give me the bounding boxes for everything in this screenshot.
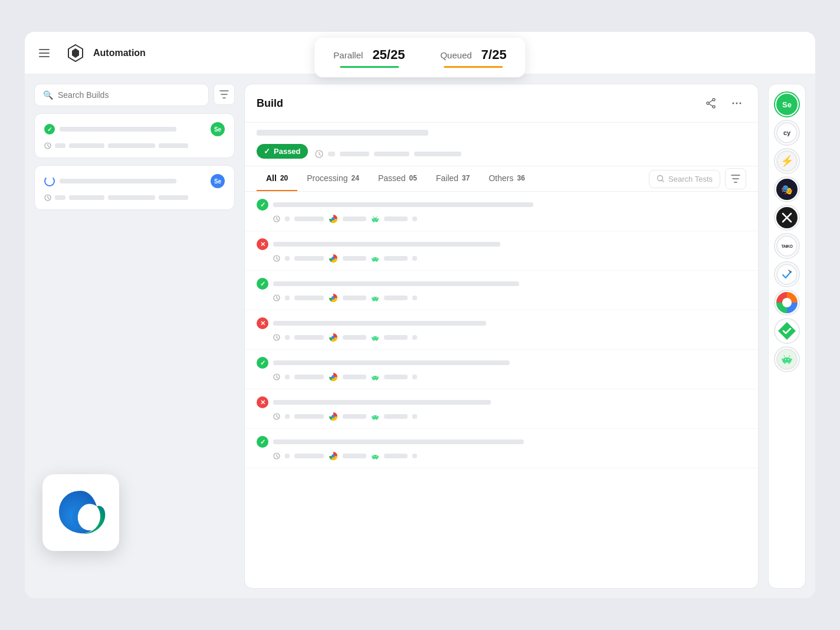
svg-rect-81 [789,362,790,364]
build-actions [701,94,746,113]
test-item-6[interactable] [245,389,758,429]
build-meta-2 [340,152,369,156]
test-status-fail-6 [257,396,268,408]
tab-processing-label: Processing [307,173,347,183]
svg-rect-27 [378,258,379,260]
search-tests-box[interactable]: Search Tests [649,170,720,188]
svg-rect-77 [378,455,379,457]
card-lines-2 [60,179,206,183]
tests-filter-button[interactable] [725,168,746,189]
svg-point-18 [373,219,374,219]
test-item-4[interactable] [245,310,758,350]
parallel-bar [340,66,399,68]
svg-rect-36 [372,297,372,299]
svg-rect-57 [378,376,379,378]
tab-processing[interactable]: Processing 24 [297,166,369,191]
test-item-1[interactable] [245,192,758,231]
build-header: Build [245,84,758,123]
svg-point-38 [373,298,374,298]
meta-text-3 [159,143,188,148]
filter-button[interactable] [214,84,235,105]
tab-failed[interactable]: Failed 37 [426,166,480,191]
card-line-2 [60,179,176,183]
test-name-line-3 [273,281,519,286]
sidebar-item-lightning[interactable]: ⚡ [774,148,800,174]
svg-point-68 [373,416,374,417]
svg-point-19 [376,219,376,219]
test-item-3[interactable] [245,271,758,310]
svg-point-4 [707,102,709,104]
svg-rect-80 [785,362,786,364]
svg-rect-16 [372,218,372,220]
sidebar-item-android[interactable] [774,346,800,372]
sidebar-item-cypress[interactable]: cy [774,120,800,146]
tab-others-count: 36 [517,174,524,182]
sidebar-item-selenium[interactable]: Se [774,91,800,117]
search-box[interactable]: 🔍 [34,84,209,106]
parallel-panel: Parallel 25/25 Queued 7/25 [314,38,525,77]
build-panel: Build ✓ Passed [244,84,759,589]
test-meta-5 [257,372,746,382]
more-button[interactable] [727,94,746,113]
tab-others[interactable]: Others 36 [479,166,534,191]
tabs-right: Search Tests [649,168,746,189]
svg-point-3 [713,106,715,108]
queued-item: Queued 7/25 [440,47,506,68]
meta-text-1 [69,143,104,148]
card-line-1 [60,127,176,132]
tab-processing-count: 24 [352,174,359,182]
test-item-2[interactable] [245,231,758,271]
svg-rect-74 [373,458,375,460]
sidebar-item-taiko[interactable]: TAIKO [774,233,800,259]
svg-rect-66 [372,416,372,418]
svg-point-43 [332,336,335,339]
svg-point-2 [713,99,715,101]
svg-point-33 [332,297,335,300]
svg-point-29 [376,258,376,259]
sidebar-item-greencheck[interactable] [774,318,800,344]
test-name-line-6 [273,400,491,405]
passed-label: Passed [274,147,301,156]
avatar-badge-se: Se [211,122,225,136]
tab-passed[interactable]: Passed 05 [369,166,426,191]
test-item-5[interactable] [245,350,758,389]
build-card-2[interactable]: Se [34,165,235,210]
share-button[interactable] [701,94,720,113]
header-left: Automation [39,42,146,64]
build-meta-1 [328,152,335,156]
build-meta-row [315,150,461,158]
svg-rect-67 [378,416,379,418]
sidebar-item-playwright[interactable]: 🎭 [774,176,800,202]
svg-point-63 [332,415,335,418]
tab-others-label: Others [488,173,513,183]
svg-rect-45 [376,340,378,341]
test-item-7[interactable] [245,429,758,468]
tab-passed-count: 05 [409,174,417,182]
tab-failed-count: 37 [462,174,470,182]
app-container: Automation Parallel 25/25 Queued 7/25 [25,32,815,598]
svg-point-48 [373,337,374,338]
meta-dot [55,143,65,148]
sidebar-item-swirl[interactable] [774,290,800,316]
search-row: 🔍 [34,84,235,106]
svg-point-69 [376,416,376,417]
search-builds-input[interactable] [58,90,200,100]
svg-rect-55 [376,379,378,380]
sidebar-item-cross[interactable] [774,205,800,231]
svg-rect-75 [376,458,378,460]
tab-all-count: 20 [280,174,288,182]
svg-rect-24 [373,261,375,262]
svg-point-73 [332,455,335,458]
svg-point-39 [376,298,376,298]
menu-icon[interactable] [39,44,58,63]
test-status-pass-7 [257,436,268,448]
build-title: Build [257,97,283,110]
svg-point-53 [332,376,335,379]
sidebar-item-checkpen[interactable] [774,261,800,287]
svg-rect-46 [372,337,372,339]
build-card-1[interactable]: Se [34,113,235,158]
tab-all[interactable]: All 20 [257,166,297,191]
svg-rect-14 [373,221,375,222]
svg-point-79 [376,456,376,457]
svg-point-6 [736,103,738,104]
